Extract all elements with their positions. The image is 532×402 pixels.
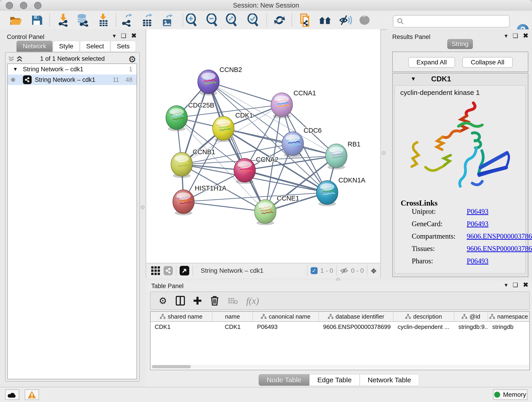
crosslink-link[interactable]: 9606.ENSP00000378699 [467, 245, 532, 253]
control-panel-tabs: Network Style Select Sets [17, 41, 136, 52]
column-header[interactable]: @id [454, 312, 488, 321]
column-header[interactable]: database identifier [319, 312, 393, 321]
network-row[interactable]: String Network – cdk1 11 48 [8, 75, 137, 85]
panel-float-icon[interactable]: ❏ [513, 33, 518, 39]
function-builder-icon[interactable]: f(x) [246, 295, 259, 306]
network-edge[interactable] [209, 82, 265, 211]
network-node-CCNA2[interactable] [234, 158, 255, 184]
table-settings-gear-icon[interactable]: ⚙ [159, 295, 167, 306]
protein-details: cyclin-dependent kinase 1 [394, 85, 526, 274]
network-edge[interactable] [184, 202, 265, 211]
left-splitter-handle[interactable] [141, 205, 145, 209]
panel-menu-icon[interactable]: ▾ [505, 282, 507, 288]
network-options-gear-icon[interactable]: ⚙ [128, 54, 136, 64]
import-network-file-icon[interactable] [57, 14, 70, 27]
network-node-CCNA1[interactable] [271, 93, 293, 118]
show-all-networks-icon[interactable] [318, 14, 331, 27]
tab-network-table[interactable]: Network Table [360, 374, 419, 386]
tab-style[interactable]: Style [53, 41, 80, 52]
tab-edge-table[interactable]: Edge Table [309, 374, 360, 386]
network-node-CCNE1[interactable] [254, 200, 276, 225]
crosslink-link[interactable]: P06493 [467, 220, 488, 228]
fit-selection-crosshair-icon[interactable]: ⌖ [371, 266, 377, 275]
export-image-icon[interactable] [161, 14, 174, 27]
save-session-icon[interactable] [30, 14, 43, 27]
network-edge[interactable] [209, 82, 282, 105]
tab-network[interactable]: Network [17, 41, 52, 52]
expand-all-button[interactable]: Expand All [408, 57, 455, 68]
detach-view-icon[interactable] [180, 266, 189, 275]
network-node-CCNB2[interactable] [198, 70, 219, 95]
column-header[interactable]: namespace [488, 312, 529, 321]
zoom-out-icon[interactable] [206, 14, 219, 27]
zoom-selected-icon[interactable] [247, 14, 260, 27]
show-columns-icon[interactable] [176, 296, 185, 306]
tab-select[interactable]: Select [80, 41, 110, 52]
tab-sets[interactable]: Sets [111, 41, 136, 52]
panel-menu-icon[interactable]: ▾ [113, 33, 116, 39]
selected-nodes-checkbox-icon[interactable]: ✓ [311, 267, 317, 274]
add-column-icon[interactable] [193, 296, 202, 305]
search-input[interactable] [406, 18, 509, 25]
refresh-icon[interactable] [273, 14, 286, 27]
table-horizontal-scrollbar[interactable] [151, 365, 529, 369]
show-hidden-icon[interactable] [358, 14, 371, 27]
birdseye-grid-icon[interactable] [151, 266, 160, 275]
zoom-in-icon[interactable] [185, 14, 198, 27]
scrollbar-thumb[interactable] [152, 365, 191, 368]
hide-selected-icon[interactable] [339, 14, 352, 27]
zoom-fit-icon[interactable] [225, 14, 238, 27]
network-node-CDK1[interactable] [213, 116, 234, 142]
delete-column-trash-icon[interactable] [210, 296, 219, 306]
crosslink-link[interactable]: P06493 [467, 207, 488, 216]
protein-description: cyclin-dependent kinase 1 [400, 89, 480, 96]
panel-close-icon[interactable]: ✖ [131, 32, 137, 39]
hidden-eye-icon[interactable] [340, 267, 348, 274]
warnings-button[interactable] [25, 389, 39, 400]
panel-float-icon[interactable]: ❏ [121, 33, 126, 39]
network-edge[interactable] [184, 192, 327, 202]
column-header[interactable]: shared name [151, 312, 212, 321]
export-network-icon[interactable] [121, 14, 133, 27]
network-node-RB1[interactable] [326, 144, 347, 169]
table-panel-controls: ▾ ❏ ✖ [505, 282, 528, 288]
network-node-CCNB1[interactable] [171, 153, 192, 178]
delete-table-icon[interactable] [228, 297, 238, 304]
collection-expand-icon[interactable]: ▼ [13, 66, 18, 72]
import-network-database-icon[interactable] [76, 14, 89, 27]
crosslink-link[interactable]: 9606.ENSP00000378699 [467, 232, 532, 240]
crosslink-link[interactable]: P06493 [467, 257, 488, 265]
panel-float-icon[interactable]: ❏ [513, 282, 518, 288]
import-table-file-icon[interactable] [97, 14, 109, 27]
table-row[interactable]: CDK1 CDK1 P06493 9606.ENSP00000378699 cy… [151, 322, 529, 332]
memory-button[interactable]: Memory [493, 389, 527, 400]
cloud-button[interactable] [5, 389, 19, 400]
memory-status-dot [494, 392, 500, 398]
network-node-CDC25B[interactable] [166, 106, 187, 131]
tab-string[interactable]: String [447, 39, 473, 49]
current-network-dot-icon [11, 78, 15, 82]
main-toolbar: ? [0, 11, 532, 30]
warning-icon [27, 390, 36, 399]
export-table-icon[interactable] [141, 14, 154, 27]
column-header[interactable]: canonical name [253, 312, 319, 321]
network-badge-icon[interactable] [164, 266, 173, 275]
network-node-HIST1H1A[interactable] [173, 190, 194, 215]
collapse-all-button[interactable]: Collapse All [462, 57, 513, 68]
right-splitter-handle[interactable] [382, 151, 386, 155]
panel-close-icon[interactable]: ✖ [523, 282, 528, 288]
collection-label: String Network – cdk1 [23, 66, 83, 73]
network-collection-row[interactable]: ▼ String Network – cdk1 1 [8, 64, 137, 75]
clone-network-icon[interactable] [299, 14, 312, 27]
column-header[interactable]: description [393, 312, 454, 321]
tab-node-table[interactable]: Node Table [259, 374, 309, 386]
column-header[interactable]: name [212, 312, 253, 321]
table-toolbar: ⚙ f(x) [150, 292, 530, 310]
open-session-icon[interactable] [10, 14, 22, 27]
panel-menu-icon[interactable]: ▾ [505, 33, 507, 39]
network-canvas[interactable]: CCNB2CCNA1CDC25BCDK1CDC6RB1CCNB1CCNA2CDK… [146, 29, 381, 263]
protein-collapse-icon[interactable]: ▼ [411, 76, 416, 82]
protein-header[interactable]: ▼ CDK1 [393, 73, 528, 84]
network-node-CDKN1A[interactable] [317, 181, 338, 206]
panel-close-icon[interactable]: ✖ [523, 32, 528, 39]
